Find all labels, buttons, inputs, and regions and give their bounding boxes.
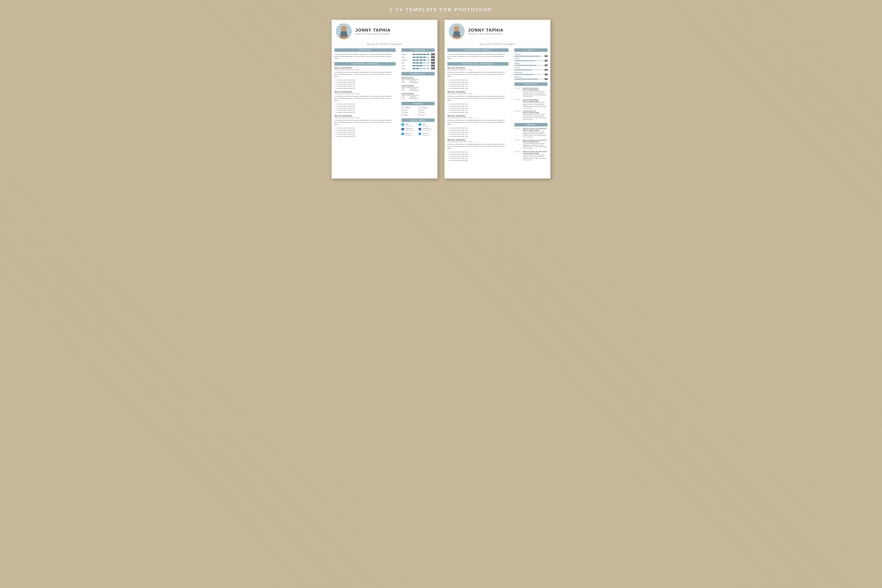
cv1-expertize-header: EXPERTIZE (334, 48, 396, 52)
cv2-body: PROFESIONAL PROFILE Lorem ipsum dolor si… (444, 46, 550, 166)
cv1-interest-photo-2: Photo (418, 112, 435, 113)
page-title: 2 CV TEMPLATE FOR PHOTOSHOP (390, 7, 492, 13)
cv1-interest-photo-1: Photo (402, 112, 418, 113)
cv2-profile-text: Lorem ipsum dolor sit amet, consectetur … (447, 53, 508, 60)
cv2-job-3: Write Your Job Title Here Company Name |… (447, 115, 508, 138)
cv1-lang-japan: Japan (402, 68, 435, 69)
cv1-interest-music-1: Music (402, 114, 418, 116)
cv2-job-1: Write Your Job Title Here Company Name |… (447, 67, 508, 90)
cv1-interest-sport-1: Sport (402, 109, 418, 111)
cv1-experience-section: EXPERIENCE CONTINUED Write Your Job Titl… (334, 62, 396, 138)
cv1-job1-title: Write Your Job Title Here (334, 67, 396, 69)
cv1-interest-music-2: Music (418, 114, 435, 116)
cv1-social-facebook-1: f Facebook.com yourfacebook.com (402, 128, 417, 131)
cv1-social-header: SOCIAL MEDIA (402, 118, 435, 122)
cv1-job3-desc: Lorem ipsum dolor sit amet, consectetur … (334, 119, 396, 126)
cv1-social-skype-2: S Skype yourskype.com (418, 123, 435, 127)
cv2-left: PROFESIONAL PROFILE Lorem ipsum dolor si… (444, 46, 512, 166)
cv1-social-section: SOCIAL MEDIA S Skype yourskype.com S (402, 118, 435, 136)
cv1-job2-company: Company Name | Location | 2000 - Present (334, 93, 396, 94)
cv2-skills-header: SKILL (514, 48, 548, 52)
cv2-skill-illustrator: Illustrator (514, 58, 548, 62)
cv-card-1: JONNY TAPHIA GRAPHIC AND WEB DESIGNER St… (332, 20, 438, 178)
cv2-avatar (449, 23, 465, 39)
cv-container: JONNY TAPHIA GRAPHIC AND WEB DESIGNER St… (332, 20, 550, 178)
cv2-right: SKILL Photoshop (512, 46, 550, 166)
cv1-languages-header: LANGUAGES (402, 48, 435, 52)
cv1-job-3: Write Your Job Title Here Company Name |… (334, 115, 396, 138)
cv1-expertize-section: EXPERTIZE Lorem ipsum dolor sit amet, co… (334, 48, 396, 60)
cv1-job2-desc: Lorem ipsum dolor sit amet, consectetur … (334, 95, 396, 102)
cv2-award-3: 2000-2020 Write your awards our achievem… (514, 151, 548, 161)
cv2-award-1: 2000-2020 Write your awards our achievem… (514, 128, 548, 138)
cv2-awards-header: AWARDS (514, 123, 548, 126)
cv1-job3-company: Company Name | Location | 2000 - Present (334, 117, 396, 118)
cv1-interest-sport-2: Sport (418, 109, 435, 111)
cv1-right: LANGUAGES English (399, 46, 438, 142)
cv1-contact: Street, City, Zip | +01234567123 | youre… (336, 42, 433, 46)
cv1-body: EXPERTIZE Lorem ipsum dolor sit amet, co… (332, 46, 438, 142)
cv1-social-twitter-2: t Twitter.com yourtwitter.com (418, 133, 435, 136)
cv1-interest-header: INTEREST (402, 102, 435, 105)
cv2-name-block: JONNY TAPHIA GRAPHIC AND WEB DESIGNER (468, 28, 546, 35)
cv1-lang-germany: Germany (402, 59, 435, 61)
cv1-job-2: Write Your Job Title Here Company Name |… (334, 91, 396, 114)
cv2-edu-2: 2000-2020 Juel University, England Bacel… (514, 99, 548, 109)
cv2-skill-dreamweaver: Dreamweaver (514, 72, 548, 75)
cv2-role: GRAPHIC AND WEB DESIGNER (468, 33, 546, 35)
cv2-skill-msoffice: Ms. Office (514, 67, 548, 71)
cv1-references-header: REFERENCES (402, 72, 435, 75)
cv2-job-2: Write Your Job Title Here Company Name |… (447, 91, 508, 114)
cv1-job-1: Write Your Job Title Here Company Name |… (334, 67, 396, 90)
cv1-interest-travelling-1: Travelling (402, 107, 418, 108)
cv1-ref-1: Gerrard Kamuchi Senior Designer Capital … (402, 77, 435, 84)
cv2-edu-3: 2000-2020 Juel University, USA Bacelor i… (514, 110, 548, 120)
cv1-lang-english: English (402, 53, 435, 56)
cv1-header: JONNY TAPHIA GRAPHIC AND WEB DESIGNER (332, 20, 438, 42)
cv1-role: GRAPHIC AND WEB DESIGNER (355, 33, 433, 35)
cv1-experience-header: EXPERIENCE CONTINUED (334, 62, 396, 66)
cv2-skill-indesign: Indesign (514, 63, 548, 66)
cv1-ref-3: Gerrard Kamuchi Senior Designer Capital … (402, 93, 435, 99)
cv1-name-block: JONNY TAPHIA GRAPHIC AND WEB DESIGNER (355, 28, 433, 35)
cv2-skill-photoshop: Photoshop (514, 53, 548, 57)
cv1-job2-bullets: Ut enim ad minim veniam, quis Ut enim ad… (334, 103, 396, 114)
cv1-languages-section: LANGUAGES English (402, 48, 435, 69)
cv1-job3-title: Write Your Job Title Here (334, 115, 396, 117)
cv2-awards-section: AWARDS 2000-2020 Write your awards our a… (514, 123, 548, 161)
cv2-edu-1: 2000-2020 Juel University, Canada Bacelo… (514, 87, 548, 98)
cv1-job1-bullets: Ut enim ad minim veniam, quis Ut enim ad… (334, 79, 396, 90)
cv2-name: JONNY TAPHIA (468, 28, 546, 33)
cv1-references-section: REFERENCES Gerrard Kamuchi Senior Design… (402, 72, 435, 99)
cv1-job1-desc: Lorem ipsum dolor sit amet, consectetur … (334, 71, 396, 78)
cv2-award-2: 2000-2020 Write your awards our achievem… (514, 140, 548, 149)
cv1-name: JONNY TAPHIA (355, 28, 433, 33)
cv2-experience-section: PROFESSIONAL EXPERIENCE Write Your Job T… (447, 62, 508, 162)
cv-card-2: JONNY TAPHIA GRAPHIC AND WEB DESIGNER St… (444, 20, 550, 178)
cv1-left: EXPERTIZE Lorem ipsum dolor sit amet, co… (332, 46, 399, 142)
cv1-job1-company: Company Name | Location | 2000 - Present (334, 69, 396, 70)
cv1-social-facebook-2: f Facebook.com yourfacebook.com (418, 128, 435, 131)
cv1-ref-2: Gerrard Kamuchi Senior Designer Capital … (402, 85, 435, 92)
cv2-education-section: EDUCATION 2000-2020 Juel University, Can… (514, 82, 548, 120)
cv2-header: JONNY TAPHIA GRAPHIC AND WEB DESIGNER (444, 20, 550, 42)
cv1-interest-section: INTEREST Travelling Travelling Sport (402, 102, 435, 116)
cv2-profile-header: PROFESIONAL PROFILE (447, 48, 508, 52)
cv1-job2-title: Write Your Job Title Here (334, 91, 396, 93)
cv2-experience-header: PROFESSIONAL EXPERIENCE (447, 62, 508, 66)
cv2-education-header: EDUCATION (514, 82, 548, 86)
cv1-expertize-text: Lorem ipsum dolor sit amet, consectetur … (334, 53, 396, 60)
cv1-social-twitter-1: t Twitter.com yourtwitter.com (402, 133, 417, 136)
cv1-job3-bullets: Ut enim ad minim veniam, quis Ut enim ad… (334, 127, 396, 138)
cv1-interest-grid: Travelling Travelling Sport Sport (402, 107, 435, 116)
cv1-lang-arab: Arab (402, 64, 435, 67)
cv1-interest-travelling-2: Travelling (418, 107, 435, 108)
svg-rect-3 (340, 31, 347, 37)
cv1-social-skype-1: S Skype yourskype.com (402, 123, 417, 127)
cv1-social-grid: S Skype yourskype.com S Skype yourskype.… (402, 123, 435, 136)
cv1-lang-italy: Italy (402, 62, 435, 64)
cv2-skills-section: SKILL Photoshop (514, 48, 548, 80)
cv2-contact: Street, City, Zip | +01234567123 | youre… (449, 42, 546, 46)
cv2-skill-adobesuits: Adobe Suits (514, 76, 548, 80)
cv2-profile-section: PROFESIONAL PROFILE Lorem ipsum dolor si… (447, 48, 508, 60)
